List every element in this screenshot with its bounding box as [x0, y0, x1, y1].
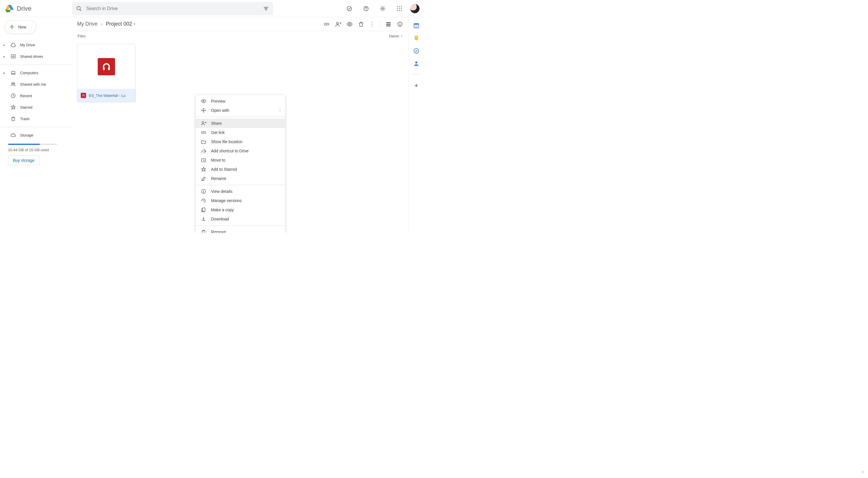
- file-name: ES_The Waterfall - Lu: [89, 93, 125, 98]
- offline-ready-button[interactable]: [344, 3, 355, 14]
- sidebar-item-shared-drives[interactable]: ▸Shared drives: [0, 51, 72, 62]
- history-icon: [201, 198, 207, 203]
- context-menu-label: Preview: [211, 99, 225, 103]
- shared-icon: [10, 81, 16, 87]
- contacts-icon[interactable]: [413, 60, 420, 67]
- context-menu-label: Download: [211, 217, 229, 221]
- trash-icon: [201, 229, 207, 233]
- svg-point-42: [416, 37, 417, 38]
- sidebar-item-storage[interactable]: ▸Storage: [0, 129, 72, 141]
- context-menu-item-remove[interactable]: Remove: [195, 227, 285, 233]
- person-add-icon: [201, 121, 207, 126]
- sort-button[interactable]: Name↑: [389, 34, 403, 38]
- breadcrumb-bar: My Drive › Project 002▾ ⋮: [72, 17, 408, 31]
- sidebar-item-my-drive[interactable]: ▸My Drive: [0, 39, 72, 51]
- apps-button[interactable]: [394, 3, 405, 14]
- sort-label: Name: [389, 34, 399, 38]
- new-button[interactable]: New: [5, 20, 36, 34]
- header-actions: [344, 3, 420, 14]
- context-menu-item-move-to[interactable]: Move to: [195, 156, 285, 165]
- toolbar-actions: ⋮: [323, 21, 403, 28]
- sidebar-item-label: Shared with me: [20, 82, 46, 87]
- sidebar: New ▸My Drive ▸Shared drives ▸Computers …: [0, 17, 72, 233]
- buy-storage-button[interactable]: Buy storage: [8, 156, 39, 165]
- search-filter-icon[interactable]: [263, 5, 269, 12]
- context-menu-label: Add to Starred: [211, 167, 237, 171]
- context-menu-label: Manage versions: [211, 198, 242, 203]
- add-on-button[interactable]: +: [414, 82, 418, 89]
- sidebar-item-label: Recent: [20, 94, 32, 98]
- context-menu-item-open-with[interactable]: Open with›: [195, 106, 285, 115]
- tasks-icon[interactable]: [413, 48, 420, 54]
- context-menu-item-show-file-location[interactable]: Show file location: [195, 137, 285, 146]
- info-icon[interactable]: [397, 21, 403, 27]
- svg-point-35: [77, 6, 80, 10]
- context-menu-item-make-a-copy[interactable]: Make a copy: [195, 205, 285, 215]
- context-menu-item-download[interactable]: Download: [195, 215, 285, 224]
- context-menu-label: Show file location: [211, 139, 242, 144]
- eye-icon[interactable]: [346, 21, 353, 27]
- link-icon: [201, 130, 207, 135]
- star-icon: [201, 166, 207, 172]
- trash-icon: [10, 116, 16, 122]
- cloud-icon: [10, 132, 16, 138]
- search-bar[interactable]: [72, 2, 273, 15]
- calendar-icon[interactable]: 31: [413, 23, 420, 29]
- main-content: My Drive › Project 002▾ ⋮ Files Name↑: [72, 17, 408, 233]
- svg-rect-38: [10, 27, 11, 27]
- context-menu-item-preview[interactable]: Preview: [195, 97, 285, 106]
- audio-file-icon: [81, 93, 86, 98]
- search-input[interactable]: [86, 6, 259, 11]
- sidebar-item-label: Shared drives: [20, 54, 43, 59]
- sidebar-item-label: Trash: [20, 117, 30, 121]
- settings-button[interactable]: [377, 3, 389, 14]
- download-icon: [201, 216, 207, 222]
- drive-logo-icon: [5, 4, 14, 13]
- sidebar-item-label: Computers: [20, 71, 38, 75]
- sidebar-item-computers[interactable]: ▸Computers: [0, 67, 72, 78]
- sidebar-item-label: Storage: [20, 133, 33, 137]
- svg-point-44: [415, 62, 417, 64]
- sidebar-item-shared-with-me[interactable]: ▸Shared with me: [0, 78, 72, 90]
- context-menu-label: Make a copy: [211, 208, 234, 212]
- breadcrumb-root[interactable]: My Drive: [77, 21, 97, 27]
- help-button[interactable]: [360, 3, 372, 14]
- context-menu-label: Open with: [211, 108, 229, 113]
- storage-bar: [8, 144, 57, 145]
- sidebar-item-recent[interactable]: ▸Recent: [0, 90, 72, 101]
- trash-icon[interactable]: [358, 21, 364, 27]
- storage-block: 10.44 GB of 15 GB used Buy storage: [0, 144, 72, 165]
- context-menu-item-add-to-starred[interactable]: Add to Starred: [195, 165, 285, 174]
- context-menu-item-manage-versions[interactable]: Manage versions: [195, 196, 285, 205]
- context-menu-item-share[interactable]: Share: [195, 119, 285, 128]
- context-menu-item-rename[interactable]: Rename: [195, 174, 285, 183]
- side-panel: 31 +: [408, 17, 424, 233]
- chevron-down-icon: ▾: [134, 22, 135, 26]
- eye-icon: [201, 98, 207, 104]
- context-menu-label: Remove: [211, 230, 226, 233]
- section-header: Files Name↑: [72, 31, 408, 41]
- file-card[interactable]: ES_The Waterfall - Lu: [77, 44, 136, 102]
- star-icon: [10, 104, 16, 110]
- breadcrumb-current[interactable]: Project 002▾: [106, 21, 135, 27]
- recent-icon: [10, 93, 16, 99]
- context-menu-item-get-link[interactable]: Get link: [195, 128, 285, 137]
- context-menu-item-add-shortcut-to-drive[interactable]: Add shortcut to Drive: [195, 146, 285, 156]
- sidebar-item-starred[interactable]: ▸Starred: [0, 101, 72, 113]
- logo[interactable]: Drive: [5, 4, 72, 13]
- person-add-icon[interactable]: [335, 21, 341, 27]
- list-view-icon[interactable]: [385, 21, 392, 27]
- sidebar-item-trash[interactable]: ▸Trash: [0, 113, 72, 124]
- search-icon: [76, 5, 82, 12]
- chevron-right-icon: ›: [279, 108, 281, 113]
- computers-icon: [10, 70, 16, 75]
- context-menu-item-view-details[interactable]: View details: [195, 187, 285, 196]
- file-thumbnail: [78, 44, 135, 89]
- context-menu-label: Share: [211, 121, 222, 126]
- shared-drives-icon: [10, 54, 16, 59]
- keep-icon[interactable]: [413, 35, 420, 41]
- link-icon[interactable]: [323, 21, 330, 27]
- check-badge-icon: [346, 5, 352, 12]
- context-menu: PreviewOpen with›ShareGet linkShow file …: [195, 95, 285, 233]
- account-avatar[interactable]: [410, 4, 420, 13]
